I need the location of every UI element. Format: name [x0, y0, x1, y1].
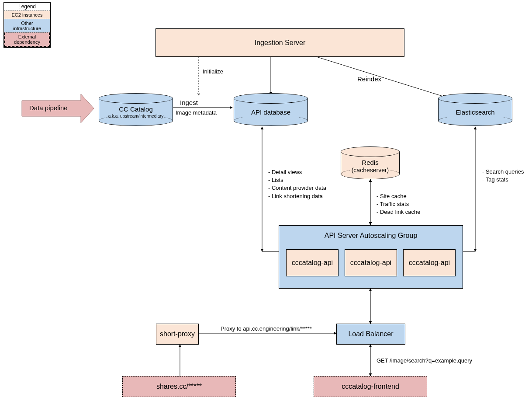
ingest-label: Ingest	[180, 99, 198, 106]
redis-cylinder: Redis (cacheserver)	[341, 146, 400, 179]
elasticsearch-cylinder: Elasticsearch	[438, 93, 512, 126]
autoscale-label: API Server Autoscaling Group	[325, 232, 418, 240]
api-db-note-3: - Link shortening data	[268, 192, 326, 200]
api-db-note-1: - Lists	[268, 176, 326, 184]
elasticsearch-label: Elasticsearch	[438, 108, 512, 116]
shares-cc: shares.cc/*****	[122, 376, 236, 397]
redis-note-2: - Dead link cache	[377, 208, 420, 216]
redis-label: Redis	[341, 159, 400, 166]
es-note-1: - Tag stats	[482, 176, 524, 184]
es-note-0: - Search queries	[482, 168, 524, 176]
api-db-note-0: - Detail views	[268, 168, 326, 176]
legend-ext: External dependency	[4, 32, 50, 47]
cccatalog-frontend: cccatalog-frontend	[314, 376, 427, 397]
get-search-label: GET /image/search?q=example,query	[377, 357, 472, 364]
redis-note-0: - Site cache	[377, 192, 420, 200]
api-autoscaling-group: API Server Autoscaling Group cccatalog-a…	[279, 225, 463, 289]
load-balancer: Load Balancer	[336, 324, 405, 345]
api-instance-3-label: cccatalog-api	[409, 259, 450, 267]
ingest-sub: Image metadata	[176, 109, 217, 116]
data-pipeline-label: Data pipeline	[29, 104, 68, 112]
redis-sub: (cacheserver)	[341, 167, 400, 174]
short-proxy-label: short-proxy	[160, 330, 195, 338]
ingestion-server: Ingestion Server	[155, 28, 404, 57]
legend-ec2: EC2 instances	[4, 10, 50, 19]
legend-title: Legend	[4, 3, 50, 10]
api-instance-3: cccatalog-api	[403, 249, 456, 276]
api-instance-1: cccatalog-api	[286, 249, 339, 276]
api-instance-1-label: cccatalog-api	[292, 259, 333, 267]
api-db-note-2: - Content provider data	[268, 184, 326, 192]
cc-catalog-cylinder: CC Catalog a.k.a. upstream/intermediary	[99, 93, 173, 126]
es-notes: - Search queries - Tag stats	[482, 168, 524, 184]
api-instance-2: cccatalog-api	[345, 249, 397, 276]
shares-cc-label: shares.cc/*****	[156, 383, 202, 391]
load-balancer-label: Load Balancer	[348, 330, 393, 338]
redis-note-1: - Traffic stats	[377, 200, 420, 208]
proxy-label: Proxy to api.cc.engineering/link/*****	[221, 325, 312, 332]
cc-catalog-label: CC Catalog	[99, 105, 173, 113]
redis-notes: - Site cache - Traffic stats - Dead link…	[377, 192, 420, 216]
initialize-label: Initialize	[203, 68, 223, 75]
api-instance-2-label: cccatalog-api	[350, 259, 391, 267]
frontend-label: cccatalog-frontend	[342, 383, 399, 391]
api-database-cylinder: API database	[234, 93, 308, 126]
api-database-label: API database	[234, 108, 308, 116]
ingestion-server-label: Ingestion Server	[255, 39, 306, 47]
reindex-label: Reindex	[357, 75, 381, 83]
short-proxy: short-proxy	[156, 324, 199, 345]
api-db-notes: - Detail views - Lists - Content provide…	[268, 168, 326, 200]
legend-infra: Other infrastructure	[4, 19, 50, 32]
cc-catalog-sub: a.k.a. upstream/intermediary	[99, 114, 173, 119]
legend: Legend EC2 instances Other infrastructur…	[3, 2, 51, 48]
